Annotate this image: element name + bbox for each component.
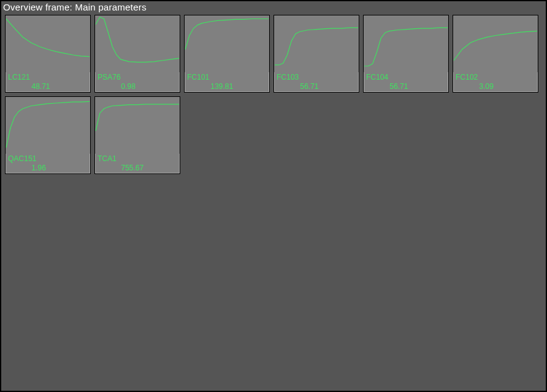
tile-chart [6, 15, 90, 72]
tile-label: FC103 [274, 73, 359, 81]
tile-chart [95, 15, 180, 72]
tile-label: LC121 [6, 73, 90, 81]
tile-value: 3.09 [453, 82, 538, 91]
tile-label: FC102 [453, 73, 538, 81]
tile-value: 755.67 [95, 164, 180, 172]
tile-fc103[interactable]: FC103 56.71 [274, 15, 359, 93]
tile-label: PSA76 [95, 73, 180, 81]
tile-value: 1.96 [6, 164, 90, 172]
tile-chart [95, 97, 180, 154]
tile-tca1[interactable]: TCA1 755.67 [94, 96, 180, 174]
tile-chart [6, 97, 90, 154]
tile-chart [364, 15, 448, 72]
tile-fc102[interactable]: FC102 3.09 [453, 15, 538, 93]
tile-value: 139.81 [185, 82, 269, 91]
tile-label: FC101 [185, 73, 269, 81]
tile-value: 56.71 [364, 82, 448, 91]
tile-value: 0.98 [95, 82, 180, 91]
tile-chart [453, 15, 538, 72]
tile-value: 56.71 [274, 82, 359, 91]
tile-label: FC104 [364, 73, 448, 81]
tile-psa76[interactable]: PSA76 0.98 [94, 15, 180, 93]
frame-title: Overview frame: Main parameters [3, 2, 146, 12]
tile-qac151[interactable]: QAC151 1.96 [5, 96, 91, 174]
tile-chart [274, 15, 359, 72]
tile-label: TCA1 [95, 154, 180, 163]
tile-value: 48.71 [6, 82, 90, 91]
tile-label: QAC151 [6, 154, 90, 163]
tile-grid: LC121 48.71 PSA76 0.98 FC101 139.81 FC10… [5, 15, 547, 174]
tile-fc101[interactable]: FC101 139.81 [184, 15, 270, 93]
overview-frame: Overview frame: Main parameters LC121 48… [1, 1, 546, 391]
tile-lc121[interactable]: LC121 48.71 [5, 15, 91, 93]
tile-fc104[interactable]: FC104 56.71 [363, 15, 449, 93]
tile-chart [185, 15, 269, 72]
